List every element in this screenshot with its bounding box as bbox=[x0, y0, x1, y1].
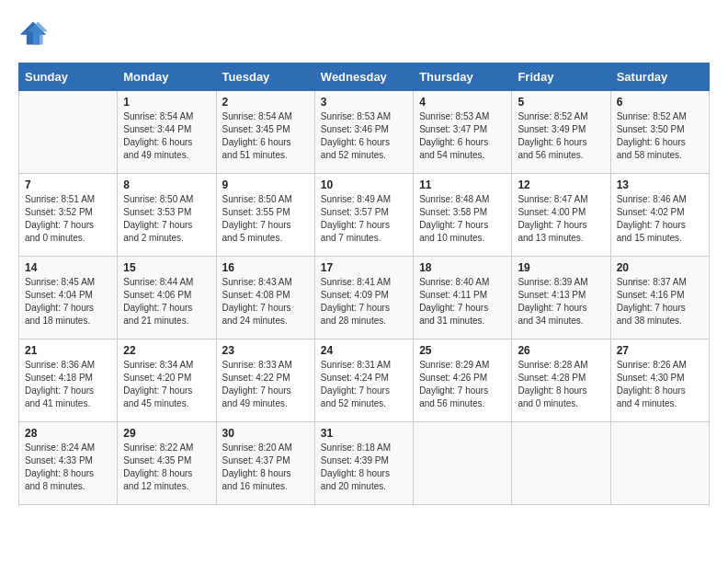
day-info: Sunrise: 8:33 AM Sunset: 4:22 PM Dayligh… bbox=[222, 359, 309, 410]
day-number: 1 bbox=[123, 96, 210, 109]
day-info: Sunrise: 8:51 AM Sunset: 3:52 PM Dayligh… bbox=[25, 193, 111, 245]
calendar-cell: 31Sunrise: 8:18 AM Sunset: 4:39 PM Dayli… bbox=[314, 422, 413, 505]
logo bbox=[18, 18, 50, 48]
day-number: 14 bbox=[25, 261, 111, 274]
calendar-cell: 27Sunrise: 8:26 AM Sunset: 4:30 PM Dayli… bbox=[610, 339, 709, 422]
day-info: Sunrise: 8:52 AM Sunset: 3:50 PM Dayligh… bbox=[617, 110, 703, 162]
day-number: 15 bbox=[123, 261, 210, 274]
day-number: 27 bbox=[617, 344, 703, 357]
day-info: Sunrise: 8:50 AM Sunset: 3:55 PM Dayligh… bbox=[222, 193, 309, 245]
week-row-4: 21Sunrise: 8:36 AM Sunset: 4:18 PM Dayli… bbox=[19, 339, 710, 422]
logo-icon bbox=[18, 18, 48, 48]
calendar-cell bbox=[19, 91, 118, 174]
page-header bbox=[18, 18, 710, 48]
calendar-cell: 26Sunrise: 8:28 AM Sunset: 4:28 PM Dayli… bbox=[512, 339, 610, 422]
calendar-cell: 15Sunrise: 8:44 AM Sunset: 4:06 PM Dayli… bbox=[118, 257, 216, 339]
day-info: Sunrise: 8:54 AM Sunset: 3:44 PM Dayligh… bbox=[123, 110, 210, 162]
calendar-cell: 21Sunrise: 8:36 AM Sunset: 4:18 PM Dayli… bbox=[19, 339, 118, 422]
calendar-body: 1Sunrise: 8:54 AM Sunset: 3:44 PM Daylig… bbox=[19, 91, 710, 505]
calendar-cell: 17Sunrise: 8:41 AM Sunset: 4:09 PM Dayli… bbox=[314, 257, 413, 339]
header-cell-wednesday: Wednesday bbox=[314, 63, 413, 91]
calendar-cell: 12Sunrise: 8:47 AM Sunset: 4:00 PM Dayli… bbox=[512, 174, 610, 257]
day-number: 16 bbox=[222, 261, 309, 274]
day-number: 9 bbox=[222, 178, 309, 191]
calendar-cell: 13Sunrise: 8:46 AM Sunset: 4:02 PM Dayli… bbox=[610, 174, 709, 257]
calendar-cell bbox=[610, 422, 709, 505]
week-row-3: 14Sunrise: 8:45 AM Sunset: 4:04 PM Dayli… bbox=[19, 257, 710, 339]
day-info: Sunrise: 8:54 AM Sunset: 3:45 PM Dayligh… bbox=[222, 110, 309, 162]
week-row-2: 7Sunrise: 8:51 AM Sunset: 3:52 PM Daylig… bbox=[19, 174, 710, 257]
calendar-cell: 5Sunrise: 8:52 AM Sunset: 3:49 PM Daylig… bbox=[512, 91, 610, 174]
day-number: 29 bbox=[123, 427, 210, 440]
day-info: Sunrise: 8:37 AM Sunset: 4:16 PM Dayligh… bbox=[617, 276, 703, 327]
day-info: Sunrise: 8:48 AM Sunset: 3:58 PM Dayligh… bbox=[419, 193, 506, 245]
day-info: Sunrise: 8:50 AM Sunset: 3:53 PM Dayligh… bbox=[123, 193, 210, 245]
day-info: Sunrise: 8:52 AM Sunset: 3:49 PM Dayligh… bbox=[518, 110, 604, 162]
calendar-cell: 9Sunrise: 8:50 AM Sunset: 3:55 PM Daylig… bbox=[216, 174, 314, 257]
day-number: 22 bbox=[123, 344, 210, 357]
calendar-cell: 16Sunrise: 8:43 AM Sunset: 4:08 PM Dayli… bbox=[216, 257, 314, 339]
day-number: 4 bbox=[419, 96, 506, 109]
day-number: 18 bbox=[419, 261, 506, 274]
week-row-1: 1Sunrise: 8:54 AM Sunset: 3:44 PM Daylig… bbox=[19, 91, 710, 174]
day-info: Sunrise: 8:47 AM Sunset: 4:00 PM Dayligh… bbox=[518, 193, 604, 245]
header-cell-thursday: Thursday bbox=[414, 63, 512, 91]
day-number: 26 bbox=[518, 344, 604, 357]
day-number: 7 bbox=[25, 178, 111, 191]
calendar-cell: 3Sunrise: 8:53 AM Sunset: 3:46 PM Daylig… bbox=[314, 91, 413, 174]
day-info: Sunrise: 8:20 AM Sunset: 4:37 PM Dayligh… bbox=[222, 442, 309, 493]
header-cell-saturday: Saturday bbox=[610, 63, 709, 91]
calendar-cell: 10Sunrise: 8:49 AM Sunset: 3:57 PM Dayli… bbox=[314, 174, 413, 257]
calendar-cell: 24Sunrise: 8:31 AM Sunset: 4:24 PM Dayli… bbox=[314, 339, 413, 422]
header-cell-friday: Friday bbox=[512, 63, 610, 91]
calendar-cell: 6Sunrise: 8:52 AM Sunset: 3:50 PM Daylig… bbox=[610, 91, 709, 174]
day-info: Sunrise: 8:43 AM Sunset: 4:08 PM Dayligh… bbox=[222, 276, 309, 327]
day-number: 24 bbox=[321, 344, 407, 357]
day-info: Sunrise: 8:49 AM Sunset: 3:57 PM Dayligh… bbox=[321, 193, 407, 245]
calendar-cell: 18Sunrise: 8:40 AM Sunset: 4:11 PM Dayli… bbox=[414, 257, 512, 339]
calendar-cell: 30Sunrise: 8:20 AM Sunset: 4:37 PM Dayli… bbox=[216, 422, 314, 505]
header-cell-tuesday: Tuesday bbox=[216, 63, 314, 91]
calendar-cell bbox=[512, 422, 610, 505]
calendar-cell: 11Sunrise: 8:48 AM Sunset: 3:58 PM Dayli… bbox=[414, 174, 512, 257]
calendar-cell: 4Sunrise: 8:53 AM Sunset: 3:47 PM Daylig… bbox=[414, 91, 512, 174]
calendar-cell: 19Sunrise: 8:39 AM Sunset: 4:13 PM Dayli… bbox=[512, 257, 610, 339]
calendar-cell: 25Sunrise: 8:29 AM Sunset: 4:26 PM Dayli… bbox=[414, 339, 512, 422]
header-row: SundayMondayTuesdayWednesdayThursdayFrid… bbox=[19, 63, 710, 91]
day-number: 13 bbox=[617, 178, 703, 191]
day-number: 20 bbox=[617, 261, 703, 274]
header-cell-sunday: Sunday bbox=[19, 63, 118, 91]
day-number: 3 bbox=[321, 96, 407, 109]
day-number: 5 bbox=[518, 96, 604, 109]
calendar-cell: 1Sunrise: 8:54 AM Sunset: 3:44 PM Daylig… bbox=[118, 91, 216, 174]
day-number: 28 bbox=[25, 427, 111, 440]
calendar-cell: 23Sunrise: 8:33 AM Sunset: 4:22 PM Dayli… bbox=[216, 339, 314, 422]
calendar-cell: 14Sunrise: 8:45 AM Sunset: 4:04 PM Dayli… bbox=[19, 257, 118, 339]
calendar-cell: 22Sunrise: 8:34 AM Sunset: 4:20 PM Dayli… bbox=[118, 339, 216, 422]
day-info: Sunrise: 8:53 AM Sunset: 3:46 PM Dayligh… bbox=[321, 110, 407, 162]
calendar-cell bbox=[414, 422, 512, 505]
day-info: Sunrise: 8:29 AM Sunset: 4:26 PM Dayligh… bbox=[419, 359, 506, 410]
calendar-header: SundayMondayTuesdayWednesdayThursdayFrid… bbox=[19, 63, 710, 91]
day-info: Sunrise: 8:41 AM Sunset: 4:09 PM Dayligh… bbox=[321, 276, 407, 327]
day-info: Sunrise: 8:34 AM Sunset: 4:20 PM Dayligh… bbox=[123, 359, 210, 410]
week-row-5: 28Sunrise: 8:24 AM Sunset: 4:33 PM Dayli… bbox=[19, 422, 710, 505]
day-number: 8 bbox=[123, 178, 210, 191]
day-number: 23 bbox=[222, 344, 309, 357]
day-info: Sunrise: 8:36 AM Sunset: 4:18 PM Dayligh… bbox=[25, 359, 111, 410]
day-number: 12 bbox=[518, 178, 604, 191]
day-number: 30 bbox=[222, 427, 309, 440]
calendar-cell: 8Sunrise: 8:50 AM Sunset: 3:53 PM Daylig… bbox=[118, 174, 216, 257]
calendar-cell: 29Sunrise: 8:22 AM Sunset: 4:35 PM Dayli… bbox=[118, 422, 216, 505]
day-info: Sunrise: 8:46 AM Sunset: 4:02 PM Dayligh… bbox=[617, 193, 703, 245]
day-number: 2 bbox=[222, 96, 309, 109]
day-info: Sunrise: 8:26 AM Sunset: 4:30 PM Dayligh… bbox=[617, 359, 703, 410]
day-info: Sunrise: 8:53 AM Sunset: 3:47 PM Dayligh… bbox=[419, 110, 506, 162]
day-number: 21 bbox=[25, 344, 111, 357]
day-number: 19 bbox=[518, 261, 604, 274]
calendar-cell: 28Sunrise: 8:24 AM Sunset: 4:33 PM Dayli… bbox=[19, 422, 118, 505]
day-info: Sunrise: 8:40 AM Sunset: 4:11 PM Dayligh… bbox=[419, 276, 506, 327]
day-info: Sunrise: 8:39 AM Sunset: 4:13 PM Dayligh… bbox=[518, 276, 604, 327]
day-info: Sunrise: 8:28 AM Sunset: 4:28 PM Dayligh… bbox=[518, 359, 604, 410]
calendar-cell: 2Sunrise: 8:54 AM Sunset: 3:45 PM Daylig… bbox=[216, 91, 314, 174]
